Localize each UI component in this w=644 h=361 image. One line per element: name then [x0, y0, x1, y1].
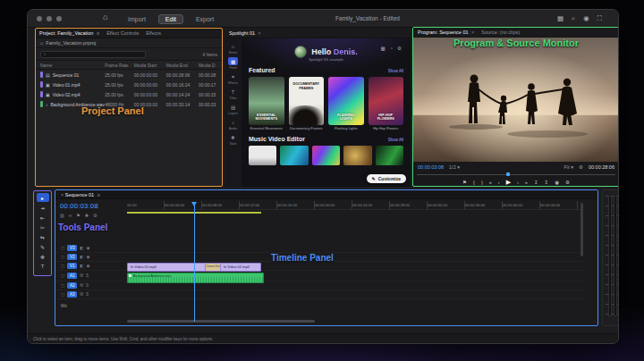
workspace-icon[interactable]: ▦ — [557, 14, 564, 23]
solo-icon[interactable]: S — [86, 273, 89, 278]
add-track-icon[interactable]: ✚ — [85, 213, 89, 218]
avatar[interactable] — [294, 46, 307, 58]
export-frame-icon[interactable]: ◉ — [583, 14, 589, 23]
step-forward-icon[interactable]: › — [517, 180, 519, 185]
ripple-edit-tool-icon[interactable]: ⇤ — [37, 213, 49, 222]
track-target-button[interactable]: A2 — [67, 282, 77, 289]
mute-icon[interactable]: M — [80, 273, 83, 278]
tab-spotlight[interactable]: Spotlight 01 × — [229, 30, 261, 36]
sync-lock-icon[interactable]: ◧ — [80, 255, 83, 259]
track-select-tool-icon[interactable]: ↠ — [37, 203, 49, 212]
tab-import[interactable]: Import — [128, 16, 146, 22]
rail-item-tools[interactable]: ✚Tools — [226, 133, 240, 146]
template-card[interactable]: HIP-HOP FLOWERS — [369, 77, 404, 125]
solo-icon[interactable]: S — [86, 292, 89, 297]
music-thumbnail[interactable] — [312, 146, 340, 165]
video-clip-2[interactable]: fx Video 02.mp4 — [221, 264, 260, 271]
minimize-window-button[interactable] — [47, 16, 52, 21]
user-icon[interactable]: ◔ — [390, 46, 393, 51]
mark-in-icon[interactable]: { — [473, 180, 475, 185]
tab-sequence[interactable]: × Sequence 01 ≡ — [59, 192, 100, 197]
sync-lock-icon[interactable]: ◧ — [80, 264, 83, 268]
timeline-settings-icon[interactable]: ⚙ — [93, 213, 97, 218]
track-visibility-icon[interactable]: ◉ — [87, 264, 90, 268]
template-card[interactable]: DOCUMENTARY FRAMES — [289, 77, 325, 125]
lock-icon[interactable]: ▢ — [61, 264, 64, 268]
grid-icon[interactable]: ▦ — [381, 46, 386, 51]
track-target-button[interactable]: A1 — [67, 273, 77, 279]
step-back-icon[interactable]: ‹ — [498, 180, 500, 185]
extract-icon[interactable]: ↧ — [545, 180, 549, 185]
audio-clip[interactable]: Background Ambience.wav — [127, 273, 264, 283]
play-button[interactable]: ▶ — [506, 179, 511, 186]
mute-icon[interactable]: M — [80, 283, 83, 288]
rail-item-audio[interactable]: ♪Audio — [226, 118, 240, 130]
add-marker-icon[interactable]: ⚑ — [76, 213, 80, 218]
music-show-all-link[interactable]: Show All — [388, 138, 403, 142]
monitor-scrubber[interactable] — [417, 172, 615, 176]
add-marker-icon[interactable]: ⚑ — [462, 180, 467, 185]
template-card[interactable]: ESSENTIAL MOVEMENTS — [249, 77, 284, 125]
featured-show-all-link[interactable]: Show All — [388, 69, 403, 73]
close-window-button[interactable] — [37, 16, 42, 21]
lock-icon[interactable]: ▢ — [61, 292, 64, 297]
lift-icon[interactable]: ↥ — [534, 180, 538, 185]
wrench-icon[interactable]: ⚙ — [579, 164, 583, 170]
mix-track-label[interactable]: Mix — [61, 304, 67, 308]
customize-button[interactable]: ✎ Customize — [367, 174, 406, 183]
lock-icon[interactable]: ▢ — [61, 246, 64, 250]
current-timecode[interactable]: 00:00:03:08 — [418, 164, 444, 170]
music-thumbnail[interactable] — [249, 146, 276, 165]
razor-tool-icon[interactable]: ✂ — [37, 222, 49, 231]
rail-item-titles[interactable]: TTitles — [226, 88, 240, 100]
mark-out-icon[interactable]: } — [481, 180, 483, 185]
music-thumbnail[interactable] — [376, 146, 403, 165]
settings-icon[interactable]: ⚙ — [565, 180, 570, 185]
tab-source[interactable]: Source: (no clips) — [481, 29, 520, 35]
track-target-button[interactable]: V1 — [67, 263, 77, 269]
tab-export[interactable]: Export — [196, 16, 214, 22]
lock-icon[interactable]: ▢ — [61, 273, 64, 278]
go-to-in-icon[interactable]: « — [489, 180, 492, 185]
pen-tool-icon[interactable]: ✎ — [37, 242, 49, 251]
timeline-playhead-timecode[interactable]: 00:00:03:08 — [60, 202, 98, 210]
template-card[interactable]: FLASHING LIGHTS — [328, 77, 364, 125]
vertical-scrollbar[interactable] — [580, 203, 583, 256]
track-visibility-icon[interactable]: ◉ — [87, 246, 90, 250]
rail-item-feed[interactable]: ▦Feed — [226, 57, 240, 70]
close-icon[interactable]: × — [61, 192, 64, 197]
panel-menu-icon[interactable]: ≡ — [97, 192, 100, 197]
music-thumbnail[interactable] — [343, 146, 371, 165]
close-icon[interactable]: × — [258, 30, 261, 36]
rail-item-layers[interactable]: ▤Layers — [226, 103, 240, 115]
audio-meters-panel[interactable] — [602, 189, 619, 326]
sync-lock-icon[interactable]: ◧ — [80, 246, 83, 250]
fit-dropdown[interactable]: Fit ▾ — [564, 164, 573, 170]
tab-edit[interactable]: Edit — [158, 14, 183, 24]
program-monitor-video[interactable] — [413, 38, 619, 162]
lock-icon[interactable]: ▢ — [61, 283, 64, 288]
horizontal-scrollbar[interactable] — [127, 320, 315, 323]
type-tool-icon[interactable]: T — [37, 262, 49, 271]
close-icon[interactable]: × — [471, 29, 474, 35]
go-to-out-icon[interactable]: » — [525, 180, 528, 185]
track-target-button[interactable]: A3 — [67, 291, 77, 298]
search-icon[interactable]: ⌕ — [572, 14, 575, 23]
home-icon[interactable]: ⌂ — [103, 13, 107, 21]
lock-icon[interactable]: ▢ — [61, 255, 64, 259]
rail-item-home[interactable]: ⌂Home — [226, 42, 240, 55]
timeline-playhead[interactable] — [194, 202, 195, 322]
track-target-button[interactable]: V3 — [67, 245, 77, 251]
snap-icon[interactable]: ▥ — [60, 213, 64, 218]
slip-tool-icon[interactable]: ⇆ — [37, 232, 49, 241]
export-frame-icon[interactable]: ◉ — [555, 180, 559, 185]
selection-tool-icon[interactable]: ▸ — [37, 193, 49, 202]
scrubber-playhead[interactable] — [506, 172, 510, 176]
hand-tool-icon[interactable]: ✥ — [37, 252, 49, 261]
solo-icon[interactable]: S — [86, 283, 89, 288]
rail-item-effects[interactable]: ✦Effects — [226, 72, 240, 85]
gear-icon[interactable]: ⚙ — [397, 46, 402, 51]
playback-resolution-dropdown[interactable]: 1/2 ▾ — [449, 164, 460, 170]
track-target-button[interactable]: V2 — [67, 254, 77, 260]
fullscreen-icon[interactable]: ⛶ — [597, 14, 602, 23]
